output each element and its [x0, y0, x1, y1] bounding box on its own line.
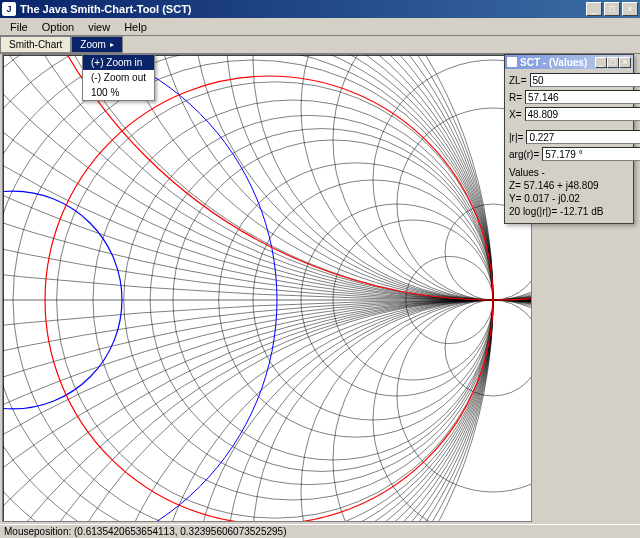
- values-body: ZL= R= X= |r|= arg(r)= Values - Z= 57.14…: [505, 69, 633, 223]
- svg-point-1: [3, 55, 493, 521]
- svg-point-10: [3, 55, 493, 521]
- values-readout: Values - Z= 57.146 + j48.809 Y= 0.017 - …: [509, 167, 629, 217]
- label-x: X=: [509, 109, 522, 120]
- svg-point-3: [3, 55, 493, 521]
- zoom-dropdown: (+) Zoom in (-) Zoom out 100 %: [82, 54, 155, 101]
- label-r: R=: [509, 92, 522, 103]
- input-zl[interactable]: [530, 73, 640, 87]
- toolbar: Smith-Chart Zoom ▸: [0, 36, 640, 54]
- values-log: 20 log(|r|)= -12.71 dB: [509, 206, 629, 217]
- menu-help[interactable]: Help: [118, 20, 153, 34]
- minimize-button[interactable]: _: [586, 2, 602, 16]
- status-text: Mouseposition: (0.6135420653654113, 0.32…: [4, 526, 286, 537]
- main-titlebar: J The Java Smith-Chart-Tool (SCT) _ □ ×: [0, 0, 640, 18]
- zoom-in-item[interactable]: (+) Zoom in: [83, 55, 154, 70]
- tab-zoom[interactable]: Zoom ▸: [71, 36, 123, 53]
- svg-point-35: [3, 300, 531, 521]
- values-header: Values -: [509, 167, 629, 178]
- values-z: Z= 57.146 + j48.809: [509, 180, 629, 191]
- menu-view[interactable]: view: [82, 20, 116, 34]
- zoom-reset-item[interactable]: 100 %: [83, 85, 154, 100]
- svg-point-39: [3, 300, 531, 521]
- chevron-right-icon: ▸: [110, 40, 114, 49]
- close-button[interactable]: ×: [622, 2, 638, 16]
- svg-point-41: [13, 300, 531, 521]
- values-close-button[interactable]: ×: [619, 57, 631, 68]
- svg-point-46: [193, 55, 531, 300]
- tab-zoom-label: Zoom: [80, 39, 106, 50]
- window-controls: _ □ ×: [586, 2, 638, 16]
- svg-point-57: [373, 300, 531, 521]
- svg-point-5: [3, 55, 493, 521]
- svg-point-6: [3, 55, 493, 521]
- tab-smith-chart[interactable]: Smith-Chart: [0, 36, 71, 53]
- values-maximize-button[interactable]: □: [607, 57, 619, 68]
- svg-point-23: [3, 300, 531, 521]
- window-title: The Java Smith-Chart-Tool (SCT): [20, 3, 586, 15]
- svg-point-63: [3, 55, 277, 521]
- values-minimize-button[interactable]: _: [595, 57, 607, 68]
- zoom-out-item[interactable]: (-) Zoom out: [83, 70, 154, 85]
- menubar: File Option view Help: [0, 18, 640, 36]
- svg-point-25: [3, 300, 531, 521]
- svg-point-7: [3, 55, 493, 521]
- svg-point-33: [3, 300, 531, 521]
- smith-chart-svg: [3, 55, 531, 521]
- menu-file[interactable]: File: [4, 20, 34, 34]
- svg-point-9: [3, 55, 493, 521]
- svg-point-59: [397, 300, 531, 492]
- label-mag: |r|=: [509, 132, 523, 143]
- values-window[interactable]: SCT - (Values) _ □ × ZL= R= X= |r|= arg(…: [504, 54, 634, 224]
- svg-point-49: [226, 300, 531, 521]
- svg-point-37: [3, 300, 531, 521]
- values-titlebar[interactable]: SCT - (Values) _ □ ×: [505, 55, 633, 69]
- svg-point-2: [3, 55, 493, 521]
- svg-point-31: [3, 300, 531, 521]
- svg-point-11: [13, 60, 493, 521]
- svg-point-27: [3, 300, 531, 521]
- app-icon: J: [2, 2, 16, 16]
- smith-chart-panel[interactable]: [2, 54, 532, 522]
- label-arg: arg(r)=: [509, 149, 539, 160]
- svg-point-29: [3, 300, 531, 521]
- statusbar: Mouseposition: (0.6135420653654113, 0.32…: [0, 524, 640, 538]
- maximize-button[interactable]: □: [604, 2, 620, 16]
- input-arg: [542, 147, 640, 161]
- svg-point-54: [333, 55, 531, 300]
- svg-point-45: [150, 300, 531, 521]
- values-title: SCT - (Values): [520, 57, 595, 68]
- input-x[interactable]: [525, 107, 640, 121]
- values-y: Y= 0.017 - j0.02: [509, 193, 629, 204]
- input-r[interactable]: [525, 90, 640, 104]
- svg-point-8: [3, 55, 493, 521]
- input-mag: [526, 130, 640, 144]
- menu-option[interactable]: Option: [36, 20, 80, 34]
- svg-point-4: [3, 55, 493, 521]
- label-zl: ZL=: [509, 75, 527, 86]
- values-app-icon: [507, 57, 517, 67]
